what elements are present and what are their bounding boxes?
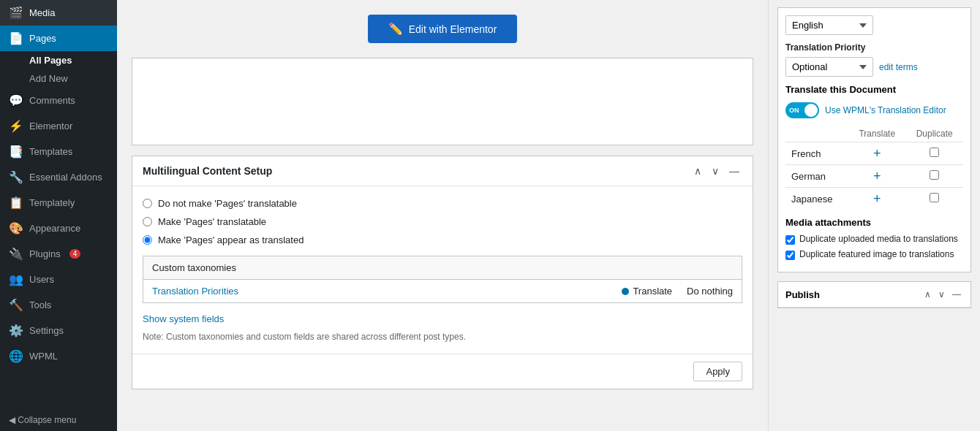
publish-controls: ∧ ∨ — — [922, 288, 963, 301]
option-appear-translated[interactable]: Make 'Pages' appear as translated — [143, 234, 742, 245]
sidebar-item-users[interactable]: 👥 Users — [0, 267, 117, 292]
sidebar-item-essential-addons[interactable]: 🔧 Essential Addons — [0, 164, 117, 190]
french-duplicate-checkbox[interactable] — [930, 148, 939, 157]
sidebar-item-media[interactable]: 🎬 Media — [0, 0, 117, 26]
radio-appear-translated[interactable] — [143, 235, 152, 245]
multilingual-body: Do not make 'Pages' translatable Make 'P… — [132, 186, 753, 354]
language-select-wrap: English French German Japanese — [785, 15, 963, 35]
japanese-label: Japanese — [785, 188, 848, 210]
collapse-arrow-icon: ◀ — [9, 415, 15, 425]
language-section: English French German Japanese Translati… — [777, 7, 971, 272]
apply-button[interactable]: Apply — [693, 362, 742, 381]
comments-icon: 💬 — [9, 94, 23, 107]
publish-title: Publish — [785, 289, 820, 300]
sidebar-item-plugins[interactable]: 🔌 Plugins 4 — [0, 241, 117, 267]
close-section-btn[interactable]: — — [726, 164, 742, 178]
table-row: Japanese + — [785, 188, 963, 210]
translation-priority-section: Translation Priority Optional High Low e… — [785, 42, 963, 77]
duplicate-media-checkbox[interactable] — [785, 235, 795, 245]
media-attachments-label: Media attachments — [785, 217, 963, 228]
japanese-translate-btn[interactable]: + — [873, 191, 881, 206]
edit-elementor-wrap: ✏️ Edit with Elementor — [132, 7, 753, 58]
pages-icon: 📄 — [9, 31, 23, 45]
translation-table: Translate Duplicate French + German + — [785, 126, 963, 210]
settings-icon: ⚙️ — [9, 324, 23, 337]
radio-translatable[interactable] — [143, 217, 152, 226]
table-row: German + — [785, 165, 963, 188]
users-icon: 👥 — [9, 272, 23, 286]
main-content: ✏️ Edit with Elementor Multilingual Cont… — [117, 0, 768, 431]
radio-not-translatable[interactable] — [143, 199, 152, 208]
sidebar-item-pages[interactable]: 📄 Pages — [0, 26, 117, 51]
sidebar: 🎬 Media 📄 Pages All Pages Add New 💬 Comm… — [0, 0, 117, 431]
french-translate-btn[interactable]: + — [873, 146, 881, 161]
collapse-up-btn[interactable]: ∧ — [691, 164, 704, 178]
sidebar-item-elementor[interactable]: ⚡ Elementor — [0, 113, 117, 139]
duplicate-featured-checkbox[interactable] — [785, 251, 795, 260]
media-checkbox-row-1: Duplicate uploaded media to translations — [785, 234, 963, 245]
note-text: Note: Custom taxonomies and custom field… — [143, 332, 742, 342]
sidebar-sub-all-pages[interactable]: All Pages — [0, 51, 117, 69]
templately-icon: 📋 — [9, 196, 23, 210]
sidebar-item-comments[interactable]: 💬 Comments — [0, 88, 117, 113]
priority-select[interactable]: Optional High Low — [785, 57, 873, 77]
table-row: French + — [785, 142, 963, 165]
german-translate-btn[interactable]: + — [873, 169, 881, 183]
media-icon: 🎬 — [9, 6, 23, 20]
wpml-toggle[interactable]: ON — [785, 102, 819, 118]
sidebar-item-templately[interactable]: 📋 Templately — [0, 190, 117, 216]
taxonomy-name: Translation Priorities — [152, 286, 238, 297]
sidebar-item-templates[interactable]: 📑 Templates — [0, 139, 117, 164]
media-checkbox-row-2: Duplicate featured image to translations — [785, 249, 963, 260]
priority-row: Optional High Low edit terms — [785, 57, 963, 77]
publish-close-btn[interactable]: — — [950, 288, 963, 301]
collapse-menu[interactable]: ◀ Collapse menu — [0, 409, 117, 431]
taxonomy-options: Translate Do nothing — [622, 286, 733, 297]
sidebar-sub-add-new[interactable]: Add New — [0, 69, 117, 88]
sidebar-item-tools[interactable]: 🔨 Tools — [0, 292, 117, 318]
translate-radio[interactable]: Translate — [622, 286, 672, 297]
edit-elementor-button[interactable]: ✏️ Edit with Elementor — [368, 15, 518, 43]
sidebar-item-appearance[interactable]: 🎨 Appearance — [0, 216, 117, 241]
translate-doc-label: Translate this Document — [785, 84, 963, 95]
collapse-down-btn[interactable]: ∨ — [709, 164, 722, 178]
german-duplicate-checkbox[interactable] — [930, 170, 939, 180]
multilingual-box: Multilingual Content Setup ∧ ∨ — Do not … — [132, 156, 753, 389]
essential-addons-icon: 🔧 — [9, 170, 23, 184]
sidebar-item-wpml[interactable]: 🌐 WPML — [0, 343, 117, 369]
white-area — [132, 58, 753, 145]
multilingual-controls: ∧ ∨ — — [691, 164, 742, 178]
multilingual-header: Multilingual Content Setup ∧ ∨ — — [132, 156, 753, 186]
publish-section: Publish ∧ ∨ — — [777, 281, 971, 308]
japanese-duplicate-checkbox[interactable] — [930, 193, 939, 202]
option-translatable[interactable]: Make 'Pages' translatable — [143, 216, 742, 227]
elementor-icon: ⚡ — [9, 119, 23, 133]
appearance-icon: 🎨 — [9, 221, 23, 235]
do-nothing-radio[interactable]: Do nothing — [687, 286, 733, 297]
edit-terms-link[interactable]: edit terms — [879, 62, 918, 72]
right-panel: English French German Japanese Translati… — [768, 0, 980, 431]
french-label: French — [785, 142, 848, 165]
taxonomy-row: Translation Priorities Translate Do noth… — [143, 280, 742, 302]
taxonomies-box: Custom taxonomies Translation Priorities… — [143, 256, 742, 303]
sidebar-item-settings[interactable]: ⚙️ Settings — [0, 318, 117, 343]
duplicate-col-header: Duplicate — [905, 126, 963, 142]
publish-header: Publish ∧ ∨ — — [778, 282, 970, 308]
german-label: German — [785, 165, 848, 188]
toggle-row: ON Use WPML's Translation Editor — [785, 102, 963, 118]
plugins-badge: 4 — [69, 249, 81, 259]
publish-up-btn[interactable]: ∧ — [922, 288, 933, 301]
taxonomies-header: Custom taxonomies — [143, 256, 742, 280]
option-not-translatable[interactable]: Do not make 'Pages' translatable — [143, 198, 742, 209]
show-system-fields-link[interactable]: Show system fields — [143, 313, 224, 324]
multilingual-title: Multilingual Content Setup — [143, 165, 272, 177]
language-select[interactable]: English French German Japanese — [785, 15, 873, 35]
publish-down-btn[interactable]: ∨ — [936, 288, 947, 301]
translate-col-header: Translate — [848, 126, 905, 142]
elementor-btn-icon: ✏️ — [388, 22, 403, 36]
multilingual-footer: Apply — [132, 354, 753, 389]
language-panel-body: English French German Japanese Translati… — [778, 8, 970, 272]
toggle-text: Use WPML's Translation Editor — [825, 105, 946, 115]
toggle-on-label: ON — [785, 107, 799, 114]
lang-col-header — [785, 126, 848, 142]
